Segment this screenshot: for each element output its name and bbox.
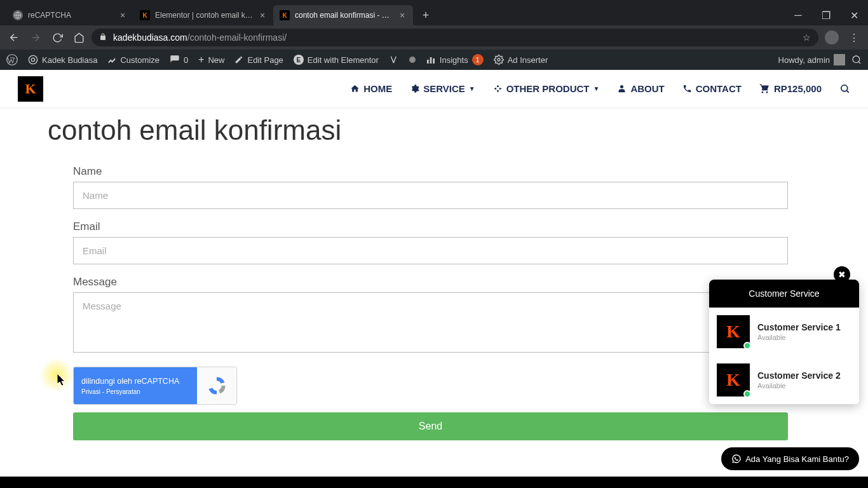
wp-comments-count: 0 bbox=[184, 55, 188, 65]
page-viewport: K HOME SERVICE▼ OTHER PRODUCT▼ ABOUT CON… bbox=[0, 70, 868, 477]
recaptcha-logo-panel bbox=[197, 367, 236, 404]
wp-ad-inserter[interactable]: Ad Inserter bbox=[494, 55, 548, 65]
close-window-button[interactable]: ✕ bbox=[840, 5, 868, 25]
svg-rect-5 bbox=[430, 57, 432, 64]
recaptcha-badge: dilindungi oleh reCAPTCHA Privasi - Pers… bbox=[73, 367, 237, 405]
chevron-down-icon: ▼ bbox=[469, 85, 475, 92]
wp-insights[interactable]: Insights1 bbox=[426, 54, 484, 65]
send-button[interactable]: Send bbox=[73, 412, 788, 440]
name-input[interactable] bbox=[73, 182, 788, 209]
wp-edit-page[interactable]: Edit Page bbox=[234, 55, 283, 65]
tab-elementor[interactable]: K Elementor | contoh email konfirm × bbox=[133, 5, 273, 25]
site-favicon: K bbox=[140, 10, 150, 20]
wp-insights-badge: 1 bbox=[472, 54, 484, 65]
back-button[interactable] bbox=[5, 29, 23, 46]
whatsapp-icon bbox=[731, 454, 742, 464]
name-label: Name bbox=[73, 165, 788, 178]
cs-header: Customer Service bbox=[709, 280, 859, 308]
browser-chrome: reCAPTCHA × K Elementor | contoh email k… bbox=[0, 0, 868, 50]
close-icon[interactable]: × bbox=[398, 11, 407, 20]
svg-rect-6 bbox=[433, 58, 435, 64]
site-logo[interactable]: K bbox=[18, 76, 43, 102]
wp-ad-inserter-text: Ad Inserter bbox=[508, 55, 548, 65]
cs-agent-status: Available bbox=[757, 334, 841, 341]
chevron-down-icon: ▼ bbox=[593, 85, 599, 92]
nav-cart[interactable]: RP125,000 bbox=[759, 83, 822, 94]
cs-close-button[interactable]: ✖ bbox=[834, 266, 850, 283]
online-dot-icon bbox=[743, 342, 751, 349]
home-button[interactable] bbox=[70, 29, 88, 46]
svg-rect-4 bbox=[427, 60, 429, 64]
cs-agent-2[interactable]: K Customer Service 2 Available bbox=[709, 356, 859, 404]
online-dot-icon bbox=[743, 390, 751, 398]
email-input[interactable] bbox=[73, 237, 788, 264]
wp-new-text: New bbox=[208, 55, 224, 65]
cs-avatar: K bbox=[717, 315, 750, 348]
nav-about[interactable]: ABOUT bbox=[617, 83, 664, 94]
wp-site-name[interactable]: Kadek Budiasa bbox=[28, 55, 97, 65]
nav-home[interactable]: HOME bbox=[350, 83, 392, 94]
nav-home-label: HOME bbox=[363, 83, 392, 94]
help-bubble[interactable]: Ada Yang Bisa Kami Bantu? bbox=[721, 447, 859, 470]
svg-point-3 bbox=[29, 55, 37, 64]
nav-cart-amount: RP125,000 bbox=[774, 83, 822, 94]
nav-contact[interactable]: CONTACT bbox=[682, 83, 742, 94]
recaptcha-sep: - bbox=[100, 388, 106, 395]
recaptcha-terms-link[interactable]: Persyaratan bbox=[106, 388, 140, 395]
recaptcha-text-panel: dilindungi oleh reCAPTCHA Privasi - Pers… bbox=[74, 367, 197, 404]
tab-title: reCAPTCHA bbox=[28, 11, 114, 20]
close-icon[interactable]: × bbox=[258, 11, 267, 20]
recaptcha-privacy-link[interactable]: Privasi bbox=[81, 388, 100, 395]
wp-comments[interactable]: 0 bbox=[170, 55, 188, 65]
new-tab-button[interactable]: + bbox=[417, 6, 435, 24]
nav-service-label: SERVICE bbox=[423, 83, 465, 94]
minimize-button[interactable]: ─ bbox=[784, 5, 812, 25]
recaptcha-icon bbox=[206, 375, 227, 396]
tab-title: contoh email konfirmasi - Kadek bbox=[295, 11, 394, 20]
cs-agent-name: Customer Service 1 bbox=[757, 322, 841, 332]
cs-agent-name: Customer Service 2 bbox=[757, 370, 841, 381]
tab-current-page[interactable]: K contoh email konfirmasi - Kadek × bbox=[273, 5, 413, 25]
address-row: kadekbudiasa.com/contoh-email-konfirmasi… bbox=[0, 25, 868, 50]
window-controls: ─ ❐ ✕ bbox=[784, 5, 868, 25]
nav-search[interactable] bbox=[839, 83, 850, 94]
cs-agent-1[interactable]: K Customer Service 1 Available bbox=[709, 308, 859, 356]
browser-menu-button[interactable]: ⋮ bbox=[845, 32, 863, 44]
wp-search[interactable] bbox=[851, 55, 862, 65]
svg-point-8 bbox=[853, 56, 860, 63]
reload-button[interactable] bbox=[48, 29, 66, 46]
site-favicon: K bbox=[280, 10, 290, 20]
tab-recaptcha[interactable]: reCAPTCHA × bbox=[6, 5, 133, 25]
name-field-wrapper: Name bbox=[73, 165, 788, 209]
nav-contact-label: CONTACT bbox=[696, 83, 742, 94]
message-field-wrapper: Message bbox=[73, 276, 788, 355]
bookmark-star-icon[interactable]: ☆ bbox=[803, 32, 811, 43]
wp-yoast[interactable] bbox=[389, 55, 399, 65]
wp-new[interactable]: +New bbox=[198, 54, 224, 65]
svg-point-2 bbox=[31, 58, 34, 61]
email-field-wrapper: Email bbox=[73, 220, 788, 264]
maximize-button[interactable]: ❐ bbox=[812, 5, 840, 25]
page-title: contoh email konfirmasi bbox=[48, 114, 820, 146]
wp-edit-elementor[interactable]: EEdit with Elementor bbox=[294, 55, 379, 65]
profile-avatar[interactable] bbox=[825, 30, 839, 44]
logo-letter: K bbox=[25, 81, 36, 97]
globe-icon bbox=[13, 10, 23, 20]
nav-service[interactable]: SERVICE▼ bbox=[410, 83, 475, 94]
close-icon[interactable]: × bbox=[118, 11, 127, 20]
wp-logo[interactable] bbox=[6, 54, 18, 65]
customer-service-panel: Customer Service K Customer Service 1 Av… bbox=[709, 280, 859, 404]
message-input[interactable] bbox=[73, 292, 788, 353]
letterbox bbox=[0, 477, 868, 488]
tabs-row: reCAPTCHA × K Elementor | contoh email k… bbox=[0, 0, 868, 25]
site-header: K HOME SERVICE▼ OTHER PRODUCT▼ ABOUT CON… bbox=[0, 70, 868, 108]
main-nav: HOME SERVICE▼ OTHER PRODUCT▼ ABOUT CONTA… bbox=[350, 83, 850, 94]
nav-other-product[interactable]: OTHER PRODUCT▼ bbox=[493, 83, 600, 94]
address-bar[interactable]: kadekbudiasa.com/contoh-email-konfirmasi… bbox=[92, 29, 818, 46]
wp-howdy[interactable]: Howdy, admin bbox=[778, 54, 845, 65]
recaptcha-protected-text: dilindungi oleh reCAPTCHA bbox=[81, 377, 189, 386]
wp-status-dot[interactable] bbox=[409, 57, 416, 63]
forward-button[interactable] bbox=[27, 29, 44, 46]
wp-customize[interactable]: Customize bbox=[107, 55, 159, 65]
wp-edit-elementor-text: Edit with Elementor bbox=[308, 55, 379, 65]
